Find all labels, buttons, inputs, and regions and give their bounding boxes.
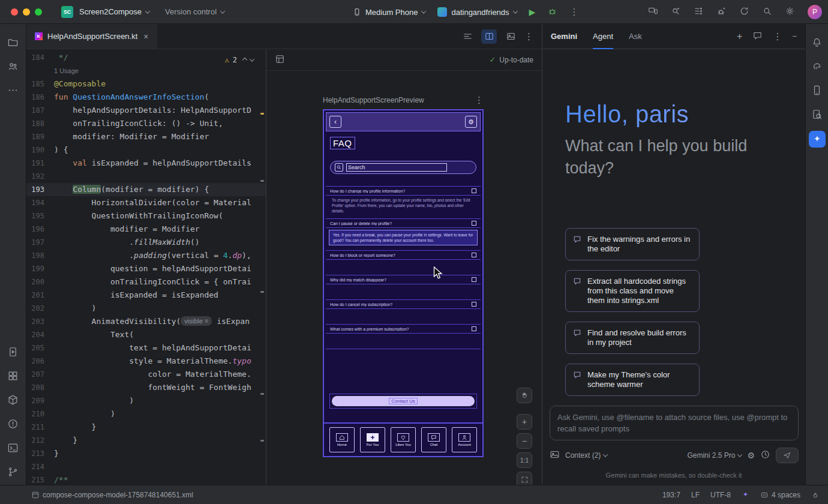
line-number[interactable]: 186 (26, 91, 54, 104)
readonly-toggle[interactable] (811, 491, 820, 499)
more-run-options-button[interactable]: ⋮ (569, 7, 578, 17)
code-line[interactable]: 204 Text( (26, 328, 266, 341)
line-number[interactable]: 210 (26, 407, 54, 421)
line-number[interactable]: 192 (26, 170, 54, 183)
zoom-out-button[interactable]: − (517, 433, 532, 449)
line-number[interactable]: 190 (26, 143, 54, 157)
line-number[interactable]: 211 (26, 421, 54, 434)
layout-inspector-tool-button[interactable] (811, 109, 823, 122)
editor-tab[interactable]: K HelpAndSupportScreen.kt × (26, 24, 157, 49)
code-line[interactable]: 187 helpAndSupportDetails: HelpAndSuppor… (26, 104, 266, 117)
indent-config[interactable]: 4 spaces (760, 491, 800, 499)
line-number[interactable]: 207 (26, 368, 54, 381)
code-line[interactable]: 207 color = MaterialTheme. (26, 368, 266, 381)
code-line[interactable]: 192 (26, 170, 266, 183)
line-number[interactable]: 184 (26, 51, 54, 64)
code-line[interactable]: 199 question = helpAndSupportDetai (26, 262, 266, 275)
line-number[interactable]: 206 (26, 355, 54, 368)
line-number[interactable]: 208 (26, 381, 54, 394)
line-number[interactable]: 204 (26, 328, 54, 341)
code-line[interactable]: 203 AnimatedVisibility(visible = isExpan (26, 315, 266, 328)
notifications-button[interactable] (811, 37, 823, 50)
usages-inlay-hint[interactable]: 1 Usage (54, 67, 79, 74)
settings-button[interactable] (785, 6, 795, 18)
collaboration-tool-button[interactable] (7, 61, 19, 74)
line-number[interactable]: 205 (26, 341, 54, 355)
vcs-selector[interactable]: Version control (165, 7, 224, 16)
gemini-more-button[interactable]: ⋮ (773, 31, 782, 42)
file-encoding[interactable]: UTF-8 (710, 491, 731, 499)
line-separator[interactable]: LF (691, 491, 700, 499)
ai-status-button[interactable] (742, 491, 749, 499)
zoom-in-button[interactable]: + (517, 414, 532, 430)
tab-agent[interactable]: Agent (593, 24, 613, 49)
gemini-input[interactable] (550, 406, 799, 440)
line-number[interactable]: 194 (26, 196, 54, 209)
code-line[interactable]: 211 } (26, 421, 266, 434)
code-line[interactable]: 197 .fillMaxWidth() (26, 236, 266, 249)
version-control-tool-button[interactable] (7, 466, 19, 479)
history-button[interactable] (760, 449, 770, 461)
pan-button[interactable] (517, 388, 532, 403)
line-number[interactable]: 188 (26, 117, 54, 130)
code-editor[interactable]: 184 */1 Usage185@Composable186fun Questi… (26, 49, 266, 485)
code-line[interactable]: 189 modifier: Modifier = Modifier (26, 130, 266, 143)
inspection-widget[interactable]: ⚠ 2 (223, 53, 256, 67)
line-number[interactable]: 215 (26, 473, 54, 485)
code-line[interactable]: 205 text = helpAndSupportDetai (26, 341, 266, 355)
suggestion-card[interactable]: Make my Theme's color scheme warmer (565, 364, 700, 396)
user-avatar[interactable]: P (808, 5, 822, 19)
line-number[interactable]: 187 (26, 104, 54, 117)
code-line[interactable]: 190) { (26, 143, 266, 157)
preview-phone-frame[interactable]: ‹ ⚙ FAQ Search How do I change my profil… (323, 109, 484, 457)
code-line[interactable]: 185@Composable (26, 77, 266, 91)
context-selector[interactable]: Context (2) (565, 451, 607, 460)
new-chat-button[interactable]: + (737, 31, 742, 42)
split-view-button[interactable] (481, 29, 497, 44)
suggestion-card[interactable]: Extract all hardcoded strings from this … (565, 270, 700, 312)
line-number[interactable]: 214 (26, 460, 54, 473)
code-line[interactable]: 210 ) (26, 407, 266, 421)
task-list-button[interactable] (694, 6, 704, 18)
code-line[interactable]: 191 val isExpanded = helpAndSupportDetai… (26, 157, 266, 170)
problems-tool-button[interactable] (7, 418, 19, 431)
terminal-tool-button[interactable] (7, 442, 19, 455)
ai-bug-button[interactable] (716, 6, 727, 18)
code-line[interactable]: 195 QuestionWithTrailingIconRow( (26, 209, 266, 223)
code-line[interactable]: 198 .padding(vertical = 4.dp), (26, 249, 266, 262)
code-line[interactable]: 214 (26, 460, 266, 473)
device-selector[interactable]: Medium Phone (353, 8, 425, 17)
project-tool-button[interactable] (7, 37, 19, 50)
zoom-reset-button[interactable]: 1:1 (517, 452, 532, 468)
more-tool-windows-button[interactable] (7, 85, 19, 98)
next-issue-icon[interactable] (250, 56, 254, 61)
line-number[interactable]: 195 (26, 209, 54, 223)
line-number[interactable]: 191 (26, 157, 54, 170)
code-line[interactable]: 212 } (26, 434, 266, 447)
close-tab-icon[interactable]: × (143, 32, 148, 41)
running-devices-tool-button[interactable] (7, 346, 19, 359)
code-line[interactable]: 200 onTrailingIconClick = { onTrai (26, 275, 266, 289)
line-number[interactable]: 212 (26, 434, 54, 447)
line-number[interactable]: 189 (26, 130, 54, 143)
preview-more-button[interactable]: ⋮ (475, 95, 484, 106)
project-selector[interactable]: Screen2Compose (79, 7, 149, 16)
prev-issue-icon[interactable] (242, 58, 247, 62)
gemini-tool-button[interactable] (809, 131, 826, 148)
cursor-position[interactable]: 193:7 (662, 491, 680, 499)
window-close-button[interactable] (11, 8, 18, 16)
device-mirroring-button[interactable] (648, 6, 658, 18)
code-view-button[interactable] (460, 29, 475, 44)
window-minimize-button[interactable] (23, 8, 30, 16)
code-line[interactable]: 202 ) (26, 302, 266, 315)
gemini-settings-button[interactable]: ⚙ (747, 451, 755, 460)
line-number[interactable] (26, 64, 54, 77)
attach-image-button[interactable] (550, 449, 560, 461)
device-manager-tool-button[interactable] (811, 85, 823, 98)
code-line[interactable]: 208 fontWeight = FontWeigh (26, 381, 266, 394)
run-config-selector[interactable]: datingandfriends (437, 7, 517, 17)
model-selector[interactable]: Gemini 2.5 Pro (687, 451, 742, 460)
code-line[interactable]: 196 modifier = Modifier (26, 223, 266, 236)
line-number[interactable]: 198 (26, 249, 54, 262)
line-number[interactable]: 196 (26, 223, 54, 236)
